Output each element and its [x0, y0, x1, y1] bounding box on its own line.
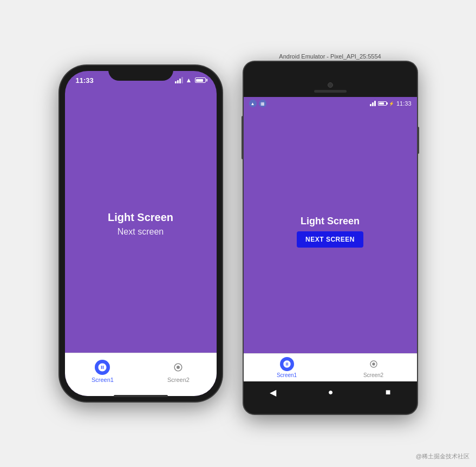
android-charging-icon: ⚡: [389, 101, 394, 106]
android-nav-screen1[interactable]: Screen1: [277, 357, 297, 378]
android-screen2-icon: [367, 357, 381, 371]
android-screen-title: Light Screen: [301, 216, 360, 227]
android-screen: ▲ ▦ ⚡ 11:33 Lig: [244, 62, 417, 414]
android-recents-button[interactable]: ■: [386, 387, 391, 397]
android-top-bezel: [244, 62, 417, 97]
ios-screen2-icon: [171, 360, 186, 375]
ios-next-screen-text: Next screen: [118, 227, 164, 237]
ios-screen2-svg-icon: [173, 362, 183, 372]
android-system-nav: ◀ ● ■: [244, 381, 417, 403]
ios-nav-screen1[interactable]: Screen1: [92, 360, 114, 383]
android-back-button[interactable]: ◀: [270, 387, 276, 398]
android-camera: [328, 82, 333, 88]
ios-notch: [108, 66, 173, 81]
ios-wifi-icon: ▲: [186, 76, 192, 84]
svg-point-1: [372, 362, 375, 365]
android-bottom-bezel: [244, 403, 417, 414]
android-status-left-icons: ▲ ▦: [249, 100, 266, 107]
ios-signal-icon: [175, 77, 183, 83]
android-emulator-label: Android Emulator - Pixel_API_25:5554: [279, 53, 381, 60]
ios-screen: 11:33 ▲ Light Screen Next screen: [65, 71, 217, 396]
android-battery-icon: [378, 101, 387, 106]
android-screen1-icon: [280, 357, 294, 371]
ios-phone: 11:33 ▲ Light Screen Next screen: [60, 66, 222, 401]
ios-screen1-svg-icon: [97, 362, 107, 372]
android-nav-screen2[interactable]: Screen2: [363, 357, 383, 378]
svg-point-0: [177, 366, 180, 369]
ios-screen1-icon: [95, 360, 110, 375]
android-phone-wrapper: Android Emulator - Pixel_API_25:5554 ▲ ▦: [244, 53, 417, 414]
android-screen1-svg-icon: [283, 360, 291, 368]
ios-screen2-label: Screen2: [167, 377, 190, 383]
android-status-right-icons: ⚡ 11:33: [370, 100, 412, 107]
ios-app-content: Light Screen Next screen: [65, 95, 217, 353]
ios-screen-title: Light Screen: [108, 211, 173, 224]
ios-nav-screen2[interactable]: Screen2: [167, 360, 190, 383]
android-screen2-svg-icon: [369, 360, 378, 368]
android-next-screen-button[interactable]: NEXT SCREEN: [297, 231, 363, 248]
android-phone: ▲ ▦ ⚡ 11:33 Lig: [244, 62, 417, 414]
android-app-icon-2: ▦: [259, 100, 266, 107]
ios-status-icons: ▲: [175, 76, 206, 84]
android-speaker: [314, 90, 347, 93]
android-app-icon-1: ▲: [249, 100, 257, 107]
android-home-button[interactable]: ●: [328, 387, 334, 397]
android-wifi-icon: [370, 101, 376, 106]
ios-screen1-label: Screen1: [92, 377, 114, 383]
android-app-content: Light Screen NEXT SCREEN: [244, 110, 417, 353]
android-bottom-nav: Screen1 Screen2: [244, 353, 417, 381]
android-screen1-label: Screen1: [277, 372, 297, 378]
watermark: @稀土掘金技术社区: [416, 452, 470, 460]
ios-battery-icon: [195, 77, 206, 83]
ios-bottom-nav: Screen1 Screen2: [65, 353, 217, 396]
android-status-bar: ▲ ▦ ⚡ 11:33: [244, 97, 417, 110]
android-volume-buttons[interactable]: [242, 116, 244, 159]
android-time: 11:33: [396, 100, 412, 107]
android-screen2-label: Screen2: [363, 372, 383, 378]
ios-time: 11:33: [76, 76, 94, 85]
android-power-button[interactable]: [417, 127, 419, 154]
ios-home-indicator: [114, 395, 168, 397]
